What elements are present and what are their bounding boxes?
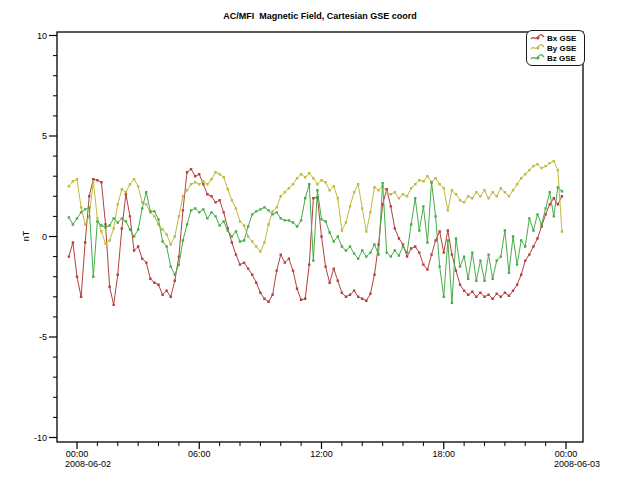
series-markers-bx — [68, 168, 563, 306]
legend-label: Bz GSE — [547, 54, 576, 63]
y-tick-label: 5 — [42, 131, 47, 141]
legend-label: Bx GSE — [547, 34, 576, 43]
bz-line-swatch-icon — [530, 53, 545, 63]
y-tick-label: 10 — [37, 31, 47, 41]
y-axis-title: nT — [21, 206, 31, 266]
series-markers-by — [68, 160, 563, 253]
legend-box[interactable]: Bx GSE By GSE Bz GSE — [526, 30, 585, 66]
series-line-bz — [69, 182, 562, 303]
series-line-bx — [69, 169, 562, 305]
x-tick-label: 00:00 — [555, 449, 578, 459]
x-tick-label: 00:00 — [66, 449, 89, 459]
plot-area[interactable]: 1050-5-1000:002008-06-0206:0012:0018:000… — [0, 0, 640, 480]
y-tick-label: -5 — [39, 332, 47, 342]
y-tick-label: 0 — [42, 232, 47, 242]
legend-entry-bz: Bz GSE — [530, 53, 581, 63]
legend-entry-by: By GSE — [530, 43, 581, 53]
x-tick-label: 18:00 — [432, 449, 455, 459]
y-tick-label: -10 — [34, 433, 47, 443]
by-line-swatch-icon — [530, 43, 545, 53]
bx-line-swatch-icon — [530, 33, 545, 43]
x-date-label: 2008-06-03 — [554, 459, 600, 469]
x-tick-label: 06:00 — [188, 449, 211, 459]
legend-entry-bx: Bx GSE — [530, 33, 581, 43]
plot-window: AC/MFI Magnetic Field, Cartesian GSE coo… — [0, 0, 640, 480]
x-date-label: 2008-06-02 — [65, 459, 111, 469]
x-tick-label: 12:00 — [310, 449, 333, 459]
legend-label: By GSE — [547, 44, 576, 53]
